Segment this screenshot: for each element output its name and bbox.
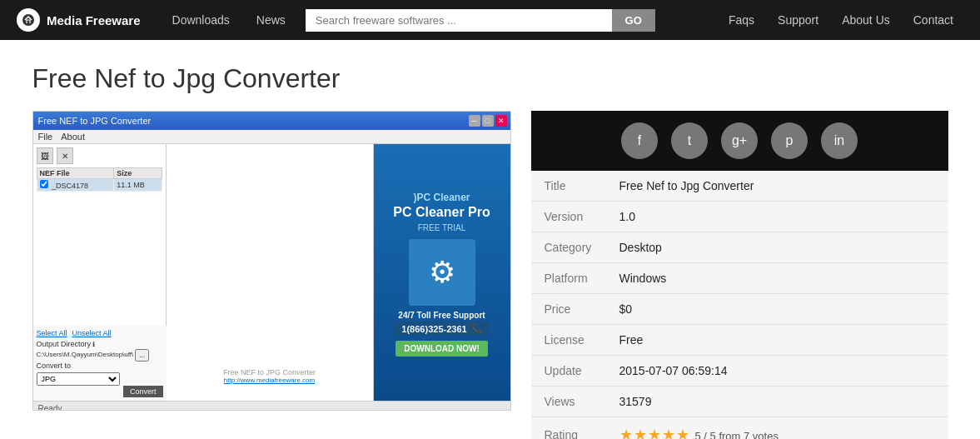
image-icon: 🖼: [37, 147, 53, 164]
site-logo[interactable]: Media Freeware: [17, 8, 141, 32]
unselect-all-link[interactable]: Unselect All: [72, 329, 112, 337]
status-text: Ready: [38, 404, 62, 411]
nav-about[interactable]: About Us: [832, 0, 900, 40]
select-all-link[interactable]: Select All: [37, 329, 67, 337]
menu-file[interactable]: File: [38, 132, 53, 142]
app-toolbar: 🖼 ✕: [37, 147, 162, 164]
app-screenshot: Free NEF to JPG Converter ─ □ ✕ File Abo…: [32, 111, 511, 411]
page-content: Free Nef to Jpg Converter Free NEF to JP…: [16, 40, 965, 439]
format-select[interactable]: JPG: [37, 372, 120, 386]
info-panel: f t g+ p in TitleFree Nef to Jpg Convert…: [531, 111, 948, 439]
ad-phone: 1(866)325-2361 📞: [395, 322, 488, 336]
info-row: Update2015-07-07 06:59:14: [531, 356, 948, 387]
info-row: PlatformWindows: [531, 263, 948, 294]
info-label-cell: Price: [531, 294, 606, 325]
googleplus-btn[interactable]: g+: [721, 122, 758, 159]
app-left-panel: 🖼 ✕ NEF File Size: [33, 144, 167, 401]
app-left-footer: Select All Unselect All Output Directory…: [33, 326, 167, 401]
search-input[interactable]: [306, 9, 612, 32]
close-btn: ✕: [495, 115, 507, 127]
minimize-btn: ─: [469, 115, 480, 127]
file-row: _DSC4178 11.1 MB: [37, 179, 162, 192]
file-table: NEF File Size _DSC4178: [37, 167, 162, 192]
info-row: LicenseFree: [531, 325, 948, 356]
select-links: Select All Unselect All: [37, 329, 163, 337]
nav-right-links: Faqs Support About Us Contact: [719, 0, 963, 40]
page-title: Free Nef to Jpg Converter: [32, 63, 948, 94]
pinterest-btn[interactable]: p: [771, 122, 808, 159]
rating-text: 5 / 5 from 7 votes: [695, 430, 779, 439]
app-menubar: File About: [33, 130, 510, 144]
app-right-panel: )PC Cleaner PC Cleaner Pro FREE TRIAL ⚙ …: [373, 144, 510, 401]
logo-icon: [17, 8, 40, 32]
info-value-cell: 31579: [606, 387, 948, 417]
info-row: Version1.0: [531, 202, 948, 232]
nav-support[interactable]: Support: [768, 0, 828, 40]
app-title: Free NEF to JPG Converter: [38, 116, 152, 126]
logo-text: Media Freeware: [47, 13, 141, 27]
ad-download-btn[interactable]: DOWNLOAD NOW!: [395, 341, 488, 357]
nav-contact[interactable]: Contact: [903, 0, 963, 40]
browse-button[interactable]: ...: [135, 349, 149, 362]
titlebar-buttons: ─ □ ✕: [469, 115, 507, 127]
facebook-btn[interactable]: f: [621, 122, 658, 159]
search-button[interactable]: GO: [612, 9, 655, 32]
ad-banner: )PC Cleaner PC Cleaner Pro FREE TRIAL ⚙ …: [374, 144, 510, 401]
info-row: CategoryDesktop: [531, 232, 948, 263]
nav-downloads[interactable]: Downloads: [161, 0, 241, 40]
screenshot-container: Free NEF to JPG Converter ─ □ ✕ File Abo…: [32, 111, 511, 411]
info-icon: ℹ: [92, 341, 95, 348]
navbar: Media Freeware Downloads News GO Faqs Su…: [0, 0, 980, 40]
convert-button[interactable]: Convert: [123, 386, 163, 397]
app-center-text: Free NEF to JPG Converter: [223, 368, 316, 377]
info-row: TitleFree Nef to Jpg Converter: [531, 171, 948, 202]
ad-trial: FREE TRIAL: [418, 223, 466, 232]
app-body: 🖼 ✕ NEF File Size: [33, 144, 510, 401]
size-col-header: Size: [114, 168, 162, 179]
clear-icon: ✕: [57, 147, 73, 164]
info-value-cell: ★★★★★5 / 5 from 7 votes: [606, 417, 948, 440]
maximize-btn: □: [482, 115, 494, 127]
info-table: TitleFree Nef to Jpg ConverterVersion1.0…: [531, 171, 948, 439]
info-row: Rating★★★★★5 / 5 from 7 votes: [531, 417, 948, 440]
info-label-cell: Views: [531, 387, 606, 417]
info-label-cell: Rating: [531, 417, 606, 440]
output-label: Output Directory ℹ: [37, 340, 163, 348]
star-rating: ★★★★★: [619, 427, 690, 439]
nav-news[interactable]: News: [245, 0, 297, 40]
info-value-cell: Windows: [606, 263, 948, 294]
file-size: 11.1 MB: [114, 179, 162, 192]
nef-col-header: NEF File: [37, 168, 114, 179]
info-value-cell: Desktop: [606, 232, 948, 263]
ad-gear-box: ⚙: [409, 239, 475, 306]
app-window: Free NEF to JPG Converter ─ □ ✕ File Abo…: [33, 112, 510, 410]
info-label-cell: License: [531, 325, 606, 356]
menu-about[interactable]: About: [61, 132, 85, 142]
file-checkbox[interactable]: [40, 180, 48, 188]
app-center-link[interactable]: http://www.mediafreeware.com: [224, 377, 315, 384]
main-layout: Free NEF to JPG Converter ─ □ ✕ File Abo…: [32, 111, 948, 439]
info-value-cell: $0: [606, 294, 948, 325]
output-path-row: C:\Users\M.Qayyum\Desktop\uff\ ...: [37, 349, 163, 362]
ad-support: 24/7 Toll Free Support: [398, 311, 485, 320]
gear-icon: ⚙: [429, 255, 455, 290]
app-statusbar: Ready: [33, 401, 510, 411]
search-form: GO: [306, 9, 655, 32]
ad-title: )PC Cleaner PC Cleaner Pro: [393, 188, 490, 220]
app-titlebar: Free NEF to JPG Converter ─ □ ✕: [33, 112, 510, 130]
nav-links: Downloads News: [161, 0, 297, 40]
output-path: C:\Users\M.Qayyum\Desktop\uff\: [37, 351, 134, 358]
app-center-panel: Free NEF to JPG Converter http://www.med…: [167, 144, 373, 401]
file-name: _DSC4178: [37, 179, 114, 192]
phone-icon: 📞: [470, 323, 482, 334]
social-bar: f t g+ p in: [531, 111, 948, 171]
twitter-btn[interactable]: t: [671, 122, 708, 159]
info-label-cell: Platform: [531, 263, 606, 294]
convert-row: Convert to: [37, 362, 163, 370]
linkedin-btn[interactable]: in: [821, 122, 858, 159]
info-label-cell: Category: [531, 232, 606, 263]
info-label-cell: Title: [531, 171, 606, 202]
info-label-cell: Version: [531, 202, 606, 232]
nav-faqs[interactable]: Faqs: [719, 0, 764, 40]
info-value-cell: 2015-07-07 06:59:14: [606, 356, 948, 387]
